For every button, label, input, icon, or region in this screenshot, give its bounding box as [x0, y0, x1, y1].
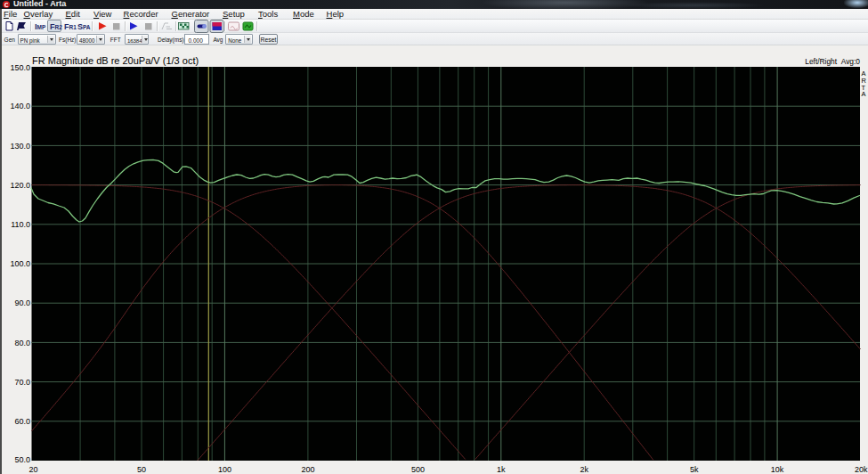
svg-text:1k: 1k: [497, 465, 506, 474]
svg-text:FR Magnitude dB re 20uPa/V (1/: FR Magnitude dB re 20uPa/V (1/3 oct): [32, 55, 199, 66]
svg-text:2k: 2k: [580, 465, 588, 474]
svg-text:10k: 10k: [771, 465, 784, 474]
svg-text:100.0: 100.0: [10, 259, 30, 268]
svg-text:50: 50: [137, 465, 146, 474]
svg-text:140.0: 140.0: [10, 102, 30, 110]
svg-text:20k: 20k: [855, 465, 868, 474]
svg-text:50.0: 50.0: [14, 455, 30, 464]
svg-text:20: 20: [28, 465, 37, 474]
svg-text:100: 100: [218, 465, 231, 474]
svg-text:80.0: 80.0: [14, 339, 30, 347]
svg-text:150.0: 150.0: [10, 63, 30, 72]
svg-text:Left/Right Avg:0: Left/Right Avg:0: [805, 57, 860, 66]
svg-text:110.0: 110.0: [11, 220, 30, 229]
svg-text:70.0: 70.0: [14, 378, 30, 387]
svg-text:500: 500: [411, 465, 425, 474]
svg-text:5k: 5k: [690, 465, 699, 474]
svg-text:130.0: 130.0: [10, 142, 30, 151]
svg-text:90.0: 90.0: [14, 298, 30, 307]
svg-text:60.0: 60.0: [14, 417, 30, 426]
svg-text:A: A: [862, 90, 866, 98]
svg-text:200: 200: [301, 465, 314, 474]
svg-text:120.0: 120.0: [10, 181, 30, 190]
